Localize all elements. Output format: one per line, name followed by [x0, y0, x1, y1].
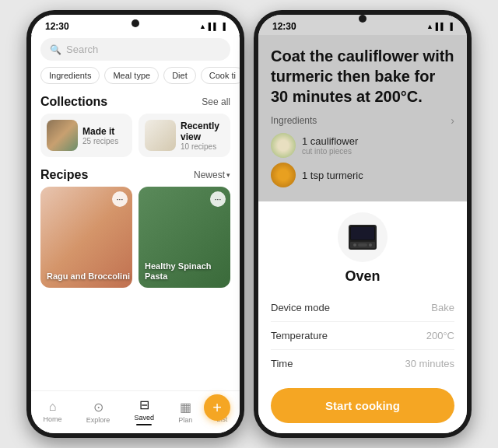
- sort-newest[interactable]: Newest ▾: [194, 170, 230, 180]
- svg-rect-2: [351, 227, 374, 240]
- recipe-label-1: Ragu and Broccolini: [47, 271, 130, 282]
- search-bar[interactable]: 🔍 Search: [40, 38, 230, 61]
- recipes-section: ··· Ragu and Broccolini ··· Healthy Spin…: [31, 187, 240, 390]
- device-row-mode: Device mode Bake: [271, 294, 454, 322]
- nav-saved-label: Saved: [134, 414, 154, 422]
- wifi-icon-2: ▲: [426, 23, 433, 30]
- device-row-time: Time 30 minutes: [271, 350, 454, 377]
- device-time-value: 30 minutes: [405, 358, 454, 369]
- device-settings: Device mode Bake Temperature 200°C Time …: [271, 294, 454, 377]
- chip-diet[interactable]: Diet: [163, 67, 196, 84]
- signal-icon-2: ▌▌: [436, 23, 446, 30]
- ingredients-label-row: Ingredients ›: [271, 114, 454, 127]
- collection-name-2: Recently view: [181, 121, 224, 142]
- chip-ingredients[interactable]: Ingredients: [40, 67, 100, 84]
- device-time-label: Time: [271, 358, 293, 369]
- plan-icon: ▦: [180, 400, 191, 415]
- battery-icon: ▐: [221, 23, 226, 30]
- saved-icon: ⊟: [139, 397, 149, 412]
- collection-name-1: Made it: [82, 126, 118, 137]
- chevron-right-icon[interactable]: ›: [451, 114, 454, 127]
- phone-2-screen: 12:30 ▲ ▌▌ ▐ Coat the cauliflower with t…: [258, 15, 467, 433]
- recipe-menu-1[interactable]: ···: [112, 191, 128, 207]
- nav-explore-label: Explore: [86, 416, 110, 424]
- recipes-title: Recipes: [40, 168, 88, 182]
- recipe-label-2: Healthy Spinach Pasta: [145, 261, 230, 282]
- turmeric-icon: [271, 163, 296, 187]
- phone-1: 12:30 ▲ ▌▌ ▐ 🔍 Search Ingredients Meal t…: [26, 10, 244, 438]
- battery-icon-2: ▐: [448, 23, 453, 30]
- ingredient-detail-2: 1 tsp turmeric: [302, 170, 363, 181]
- ingredients-label: Ingredients: [271, 115, 317, 126]
- recipe-menu-2[interactable]: ···: [210, 191, 226, 207]
- filter-chips: Ingredients Meal type Diet Cook ti: [31, 67, 240, 90]
- see-all-button[interactable]: See all: [202, 96, 230, 107]
- collection-thumb-2: [145, 120, 176, 151]
- wifi-icon: ▲: [199, 23, 206, 30]
- signal-icon: ▌▌: [209, 23, 219, 30]
- status-icons-1: ▲ ▌▌ ▐: [199, 23, 226, 30]
- collection-thumb-1: [47, 120, 78, 151]
- collection-info-1: Made it 25 recipes: [82, 126, 118, 145]
- device-temp-label: Temperature: [271, 330, 328, 341]
- search-placeholder: Search: [66, 44, 98, 55]
- ingredient-row-1: 1 cauliflower cut into pieces: [271, 133, 454, 158]
- ingredient-amount-1: 1 cauliflower: [302, 135, 358, 147]
- svg-point-5: [369, 243, 372, 247]
- start-cooking-button[interactable]: Start cooking: [271, 388, 454, 423]
- oven-svg: [347, 223, 378, 251]
- device-mode-label: Device mode: [271, 302, 330, 313]
- recipes-header: Recipes Newest ▾: [31, 165, 240, 187]
- camera-cutout-2: [359, 15, 366, 23]
- chip-cook[interactable]: Cook ti: [201, 67, 240, 84]
- nav-saved[interactable]: ⊟ Saved: [134, 397, 154, 425]
- collection-recently-viewed[interactable]: Recently view 10 recipes: [139, 114, 230, 157]
- chevron-down-icon: ▾: [226, 171, 230, 179]
- device-temp-value: 200°C: [426, 330, 454, 341]
- nav-home[interactable]: ⌂ Home: [44, 400, 62, 423]
- ingredient-detail-1: 1 cauliflower cut into pieces: [302, 135, 358, 156]
- nav-explore[interactable]: ⊙ Explore: [86, 400, 110, 424]
- device-mode-value: Bake: [431, 302, 454, 313]
- phone-1-screen: 12:30 ▲ ▌▌ ▐ 🔍 Search Ingredients Meal t…: [31, 15, 240, 433]
- cauliflower-icon: [271, 133, 296, 158]
- active-indicator: [136, 424, 152, 425]
- nav-plan[interactable]: ▦ Plan: [178, 400, 192, 424]
- collection-info-2: Recently view 10 recipes: [181, 121, 224, 151]
- ingredient-row-2: 1 tsp turmeric: [271, 163, 454, 187]
- collection-count-2: 10 recipes: [181, 142, 224, 151]
- time-1: 12:30: [45, 21, 69, 32]
- ingredient-sub-1: cut into pieces: [302, 147, 358, 156]
- instruction-area: Coat the cauliflower with turmeric then …: [258, 35, 467, 201]
- collections-header: Collections See all: [31, 90, 240, 114]
- collections-title: Collections: [40, 95, 107, 109]
- svg-point-4: [353, 243, 356, 247]
- status-icons-2: ▲ ▌▌ ▐: [426, 23, 453, 30]
- collection-made-it[interactable]: Made it 25 recipes: [40, 114, 132, 157]
- ingredient-amount-2: 1 tsp turmeric: [302, 170, 363, 181]
- camera-cutout-1: [132, 19, 139, 27]
- home-icon: ⌂: [49, 400, 57, 414]
- nav-home-label: Home: [44, 415, 62, 423]
- device-section: Oven Device mode Bake Temperature 200°C …: [258, 201, 467, 433]
- nav-plan-label: Plan: [178, 416, 192, 424]
- svg-rect-6: [358, 243, 367, 247]
- search-icon: 🔍: [50, 44, 61, 55]
- time-2: 12:30: [272, 21, 296, 32]
- recipes-grid: ··· Ragu and Broccolini ··· Healthy Spin…: [31, 187, 240, 288]
- device-icon-wrap: [338, 212, 388, 262]
- device-row-temp: Temperature 200°C: [271, 322, 454, 350]
- collections-row: Made it 25 recipes Recently view 10 reci…: [31, 114, 240, 165]
- phone-2: 12:30 ▲ ▌▌ ▐ Coat the cauliflower with t…: [254, 10, 472, 438]
- recipe-card-spinach[interactable]: ··· Healthy Spinach Pasta: [139, 187, 230, 288]
- instruction-text: Coat the cauliflower with turmeric then …: [271, 46, 454, 107]
- device-name: Oven: [345, 268, 380, 285]
- collection-count-1: 25 recipes: [82, 137, 118, 145]
- chip-meal-type[interactable]: Meal type: [104, 67, 159, 84]
- explore-icon: ⊙: [93, 400, 103, 415]
- recipe-card-ragu[interactable]: ··· Ragu and Broccolini: [40, 187, 132, 288]
